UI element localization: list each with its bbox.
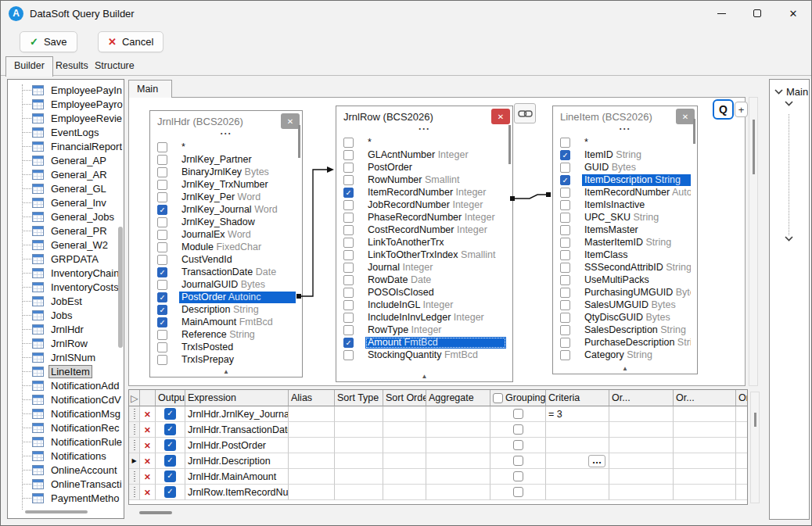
field-row[interactable]: SalesDescription String — [553, 324, 697, 336]
tab-structure[interactable]: Structure — [87, 57, 142, 76]
grouping-checkbox[interactable] — [513, 409, 523, 419]
field-checkbox[interactable] — [560, 288, 570, 298]
expression-cell[interactable]: JrnlHdr.TransactionDate — [185, 422, 289, 438]
field-row[interactable]: LinkToOtherTrxIndex Smallint — [336, 249, 512, 261]
field-checkbox[interactable] — [157, 330, 167, 340]
field-row[interactable]: PhaseRecordNumber Integer — [336, 211, 512, 224]
grouping-checkbox[interactable] — [513, 424, 523, 435]
or-cell[interactable] — [609, 438, 674, 453]
field-row[interactable]: ✓ Description String — [150, 303, 302, 316]
grid-row[interactable]: ✕ ✓ JrnlHdr.PostOrder — [129, 438, 747, 453]
field-label[interactable]: MainAmount FmtBcd — [179, 317, 296, 328]
field-row[interactable]: JrnlKey_Partner — [150, 153, 302, 166]
field-label[interactable]: PurchasingUMGUID Bytes — [582, 287, 691, 299]
field-checkbox[interactable] — [343, 313, 354, 323]
table-panel-lineitem[interactable]: LineItem (BCS2026) ✕ ··· * ✓ ItemID Stri… — [552, 106, 698, 374]
field-label[interactable]: ItemID String — [582, 149, 691, 161]
field-checkbox[interactable] — [560, 225, 570, 235]
field-label[interactable]: CostRecordNumber Integer — [365, 224, 506, 236]
output-checkbox[interactable]: ✓ — [164, 439, 176, 451]
criteria-ellipsis-button[interactable]: … — [588, 455, 605, 467]
or-cell[interactable] — [609, 469, 674, 485]
or-cell[interactable] — [674, 469, 736, 485]
grouping-checkbox[interactable] — [513, 471, 523, 481]
field-label[interactable]: Module FixedChar — [179, 242, 296, 253]
field-checkbox[interactable] — [157, 242, 167, 252]
delete-row-cell[interactable]: ✕ — [140, 422, 156, 438]
field-label[interactable]: * — [582, 137, 691, 148]
field-row[interactable]: ItemsMaster — [553, 224, 697, 236]
field-label[interactable]: JrnlKey_Per Word — [179, 191, 296, 203]
grid-header-grouping[interactable]: Grouping — [490, 390, 546, 406]
grid-header-or3[interactable]: Or... — [736, 390, 748, 406]
sidebar-table-item[interactable]: Jobs — [8, 308, 124, 322]
grid-header-aggregate[interactable]: Aggregate — [426, 390, 490, 406]
sidebar-table-item[interactable]: NotificationRule — [8, 435, 124, 449]
panel-scrollbar-thumb[interactable] — [298, 125, 300, 158]
grid-row[interactable]: ▶ ✕ ✓ JrnlHdr.Description … — [129, 453, 747, 469]
field-label[interactable]: ItemClass — [582, 249, 691, 261]
field-row[interactable]: CostRecordNumber Integer — [336, 224, 512, 236]
field-checkbox[interactable] — [343, 350, 354, 360]
sidebar-table-item[interactable]: Notifications — [8, 449, 124, 463]
sidebar-table-item[interactable]: NotificationCdV — [8, 392, 124, 406]
field-checkbox[interactable] — [343, 300, 354, 310]
panel-scrollbar-thumb[interactable] — [508, 125, 511, 164]
join-link-button[interactable] — [514, 103, 536, 123]
grouping-cell[interactable] — [490, 453, 546, 469]
field-row[interactable]: * — [150, 141, 302, 153]
field-row[interactable]: ✓ PostOrder Autoinc — [150, 291, 302, 303]
field-row[interactable]: StockingQuantity FmtBcd — [336, 349, 512, 361]
delete-row-cell[interactable]: ✕ — [140, 438, 156, 453]
or-cell[interactable] — [674, 438, 736, 453]
field-checkbox[interactable] — [343, 150, 354, 160]
criteria-cell[interactable]: = 3 — [546, 406, 609, 422]
sidebar-table-item[interactable]: General_GL — [8, 181, 124, 195]
field-checkbox[interactable] — [343, 275, 354, 285]
field-checkbox[interactable]: ✓ — [560, 175, 570, 185]
field-label[interactable]: GLAcntNumber Integer — [365, 149, 506, 161]
grid-vertical-scrollbar[interactable] — [750, 392, 760, 503]
grid-header-or1[interactable]: Or... — [609, 390, 674, 406]
field-label[interactable]: PhaseRecordNumber Integer — [365, 212, 506, 224]
field-checkbox[interactable] — [157, 217, 167, 227]
field-label[interactable]: PurchaseDescription String — [582, 337, 691, 349]
aggregate-cell[interactable] — [426, 469, 490, 485]
field-label[interactable]: RowDate Date — [365, 274, 506, 286]
field-label[interactable]: JournalEx Word — [179, 229, 296, 241]
grouping-cell[interactable] — [490, 406, 546, 422]
field-row[interactable]: JrnlKey_TrxNumber — [150, 178, 302, 191]
sidebar-table-item[interactable]: InventoryCosts — [8, 280, 124, 294]
sidebar-table-item[interactable]: General_AR — [8, 167, 124, 181]
sidebar-table-item[interactable]: EmployeeRevie — [8, 111, 124, 125]
grid-header-sort-type[interactable]: Sort Type — [335, 390, 383, 406]
sort-type-cell[interactable] — [335, 422, 383, 438]
sort-type-cell[interactable] — [335, 438, 383, 453]
sidebar-table-item[interactable]: OnlineAccount — [8, 463, 124, 477]
add-query-button[interactable]: + — [735, 102, 748, 117]
sidebar-horizontal-scrollbar[interactable] — [25, 510, 88, 513]
field-row[interactable]: * — [336, 136, 512, 148]
table-panel-jrnlrow[interactable]: JrnlRow (BCS2026) ✕ ··· * GLAcntNumber I… — [336, 106, 513, 382]
output-cell[interactable]: ✓ — [156, 422, 185, 438]
sidebar-table-item[interactable]: General_W2 — [8, 238, 124, 252]
output-checkbox[interactable]: ✓ — [164, 471, 176, 482]
field-row[interactable]: CustVendId — [150, 253, 302, 266]
output-checkbox[interactable]: ✓ — [164, 486, 176, 498]
field-row[interactable]: JournalEx Word — [150, 228, 302, 241]
field-label[interactable]: MasterItemID String — [582, 237, 691, 249]
sidebar-table-item[interactable]: InventoryChain — [8, 266, 124, 280]
field-checkbox[interactable] — [343, 213, 354, 223]
field-label[interactable]: TrxIsPosted — [179, 342, 296, 353]
or-cell[interactable] — [609, 485, 674, 500]
output-checkbox[interactable]: ✓ — [164, 424, 176, 435]
sort-type-cell[interactable] — [335, 453, 383, 469]
scrollbar-thumb[interactable] — [753, 120, 755, 174]
output-checkbox[interactable]: ✓ — [164, 455, 176, 467]
sort-type-cell[interactable] — [335, 485, 383, 500]
grouping-cell[interactable] — [490, 485, 546, 500]
sidebar-table-item[interactable]: General_Inv — [8, 195, 124, 209]
sidebar-table-item[interactable]: LineItem — [8, 364, 124, 378]
field-label[interactable]: JrnlKey_TrxNumber — [179, 179, 296, 191]
field-label[interactable]: CustVendId — [179, 254, 296, 266]
